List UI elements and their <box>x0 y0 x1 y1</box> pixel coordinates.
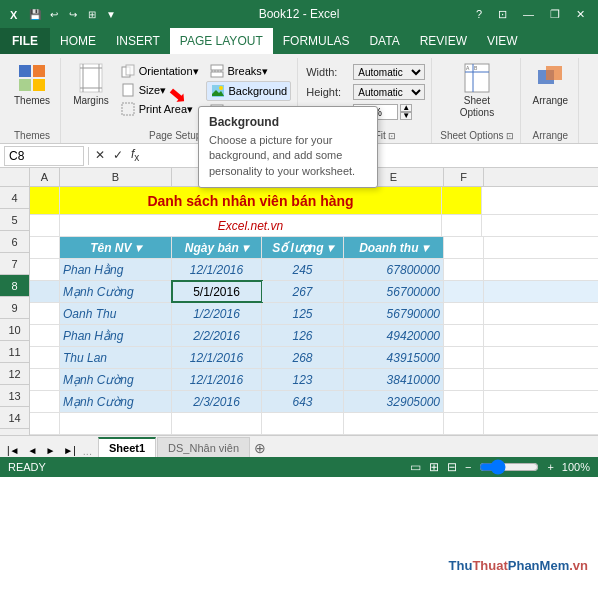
cancel-formula-icon[interactable]: ✕ <box>93 148 107 162</box>
cell-d6[interactable]: Số lượng ▾ <box>262 237 344 258</box>
cell-f14[interactable] <box>444 413 484 434</box>
cell-f9[interactable] <box>444 303 484 324</box>
ribbon-display-btn[interactable]: ⊡ <box>493 6 512 23</box>
col-header-f[interactable]: F <box>444 168 484 186</box>
page-layout-icon[interactable]: ⊞ <box>429 460 439 474</box>
cell-b14[interactable] <box>60 413 172 434</box>
cell-a13[interactable] <box>30 391 60 412</box>
cell-f13[interactable] <box>444 391 484 412</box>
cell-f6[interactable] <box>444 237 484 258</box>
height-select[interactable]: Automatic <box>353 84 425 100</box>
cell-f8[interactable] <box>444 281 484 302</box>
sheet-options-button[interactable]: A B SheetOptions <box>456 60 498 121</box>
cell-d12[interactable]: 123 <box>262 369 344 390</box>
cell-b5[interactable]: Excel.net.vn <box>60 215 442 236</box>
cell-e14[interactable] <box>344 413 444 434</box>
width-select[interactable]: Automatic <box>353 64 425 80</box>
themes-button[interactable]: Themes <box>10 60 54 109</box>
cell-e12[interactable]: 38410000 <box>344 369 444 390</box>
cell-a12[interactable] <box>30 369 60 390</box>
row-header-9[interactable]: 9 <box>0 297 29 319</box>
cell-f10[interactable] <box>444 325 484 346</box>
col-header-b[interactable]: B <box>60 168 172 186</box>
margins-button[interactable]: Margins <box>69 60 113 109</box>
cell-d13[interactable]: 643 <box>262 391 344 412</box>
zoom-slider[interactable] <box>479 462 539 472</box>
cell-b9[interactable]: Oanh Thu <box>60 303 172 324</box>
cell-c12[interactable]: 12/1/2016 <box>172 369 262 390</box>
cell-c14[interactable] <box>172 413 262 434</box>
cell-b12[interactable]: Mạnh Cường <box>60 369 172 390</box>
zoom-out-icon[interactable]: − <box>465 461 471 473</box>
cell-e9[interactable]: 56790000 <box>344 303 444 324</box>
row-header-11[interactable]: 11 <box>0 341 29 363</box>
cell-a7[interactable] <box>30 259 60 280</box>
cell-e8[interactable]: 56700000 <box>344 281 444 302</box>
maximize-btn[interactable]: ❐ <box>545 6 565 23</box>
cell-b13[interactable]: Mạnh Cường <box>60 391 172 412</box>
cell-b7[interactable]: Phan Hằng <box>60 259 172 280</box>
cell-f4[interactable] <box>442 187 482 214</box>
row-header-6[interactable]: 6 <box>0 231 29 253</box>
menu-file[interactable]: FILE <box>0 28 50 54</box>
menu-page-layout[interactable]: PAGE LAYOUT <box>170 28 273 54</box>
row-header-10[interactable]: 10 <box>0 319 29 341</box>
zoom-level[interactable]: 100% <box>562 461 590 473</box>
menu-review[interactable]: REVIEW <box>410 28 477 54</box>
cell-e10[interactable]: 49420000 <box>344 325 444 346</box>
tab-first-btn[interactable]: |◄ <box>4 444 23 457</box>
scale-expand-icon[interactable]: ⊡ <box>388 131 396 141</box>
touch-icon[interactable]: ⊞ <box>84 6 100 22</box>
tab-next-btn[interactable]: ► <box>42 444 58 457</box>
background-button[interactable]: Background <box>206 81 292 101</box>
name-box[interactable] <box>4 146 84 166</box>
orientation-button[interactable]: Orientation▾ <box>117 62 202 80</box>
cell-a11[interactable] <box>30 347 60 368</box>
cell-b10[interactable]: Phan Hằng <box>60 325 172 346</box>
arrange-button[interactable]: Arrange <box>529 60 573 109</box>
menu-formulas[interactable]: FORMULAS <box>273 28 360 54</box>
cell-f7[interactable] <box>444 259 484 280</box>
minimize-btn[interactable]: — <box>518 6 539 22</box>
qat-dropdown-icon[interactable]: ▼ <box>103 6 119 22</box>
cell-c9[interactable]: 1/2/2016 <box>172 303 262 324</box>
cell-f11[interactable] <box>444 347 484 368</box>
cell-e6[interactable]: Doanh thu ▾ <box>344 237 444 258</box>
insert-function-icon[interactable]: fx <box>129 147 141 163</box>
add-sheet-btn[interactable]: ⊕ <box>251 439 269 457</box>
menu-insert[interactable]: INSERT <box>106 28 170 54</box>
cell-a8[interactable] <box>30 281 60 302</box>
cell-d10[interactable]: 126 <box>262 325 344 346</box>
confirm-formula-icon[interactable]: ✓ <box>111 148 125 162</box>
cell-a9[interactable] <box>30 303 60 324</box>
row-header-8[interactable]: 8 <box>0 275 29 297</box>
close-btn[interactable]: ✕ <box>571 6 590 23</box>
row-header-7[interactable]: 7 <box>0 253 29 275</box>
tab-sheet1[interactable]: Sheet1 <box>98 437 156 457</box>
menu-view[interactable]: VIEW <box>477 28 528 54</box>
cell-c13[interactable]: 2/3/2016 <box>172 391 262 412</box>
cell-c10[interactable]: 2/2/2016 <box>172 325 262 346</box>
cell-f12[interactable] <box>444 369 484 390</box>
cell-d14[interactable] <box>262 413 344 434</box>
cell-a4[interactable] <box>30 187 60 214</box>
cell-f5[interactable] <box>442 215 482 236</box>
row-header-14[interactable]: 14 <box>0 407 29 429</box>
cell-d8[interactable]: 267 <box>262 281 344 302</box>
zoom-in-icon[interactable]: + <box>547 461 553 473</box>
cell-a14[interactable] <box>30 413 60 434</box>
tab-prev-btn[interactable]: ◄ <box>25 444 41 457</box>
breaks-button[interactable]: Breaks▾ <box>206 62 292 80</box>
tab-last-btn[interactable]: ►| <box>60 444 79 457</box>
cell-c7[interactable]: 12/1/2016 <box>172 259 262 280</box>
cell-c11[interactable]: 12/1/2016 <box>172 347 262 368</box>
menu-data[interactable]: DATA <box>359 28 409 54</box>
cell-e11[interactable]: 43915000 <box>344 347 444 368</box>
sheet-expand-icon[interactable]: ⊡ <box>506 131 514 141</box>
cell-e13[interactable]: 32905000 <box>344 391 444 412</box>
page-break-icon[interactable]: ⊟ <box>447 460 457 474</box>
cell-a5[interactable] <box>30 215 60 236</box>
cell-c6[interactable]: Ngày bán ▾ <box>172 237 262 258</box>
menu-home[interactable]: HOME <box>50 28 106 54</box>
col-header-a[interactable]: A <box>30 168 60 186</box>
